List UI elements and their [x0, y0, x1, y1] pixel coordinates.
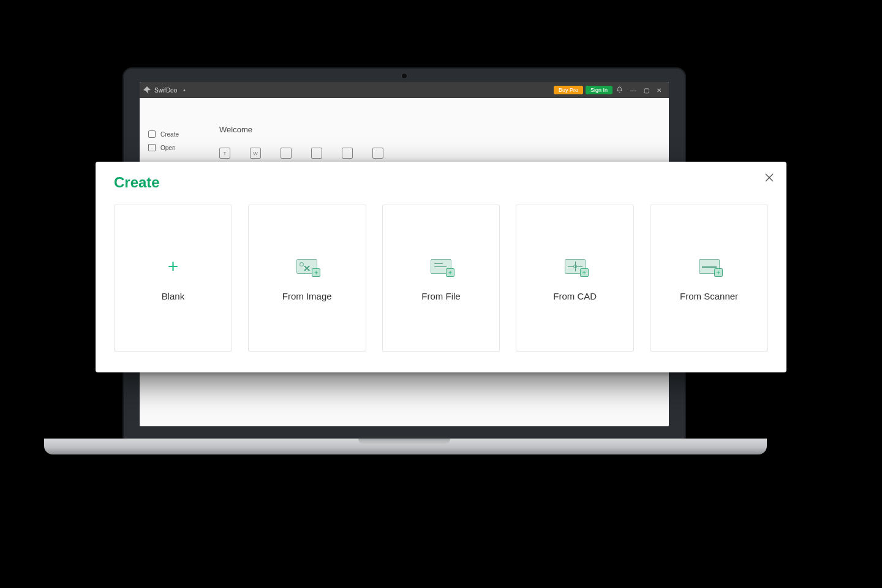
- dialog-close-button[interactable]: [763, 172, 775, 184]
- sign-in-button[interactable]: Sign In: [586, 86, 612, 94]
- scanner-file-icon: +: [695, 255, 724, 277]
- window-maximize-button[interactable]: ▢: [640, 87, 653, 94]
- cad-file-icon: +: [560, 255, 590, 277]
- app-name: SwifDoo: [154, 87, 177, 94]
- file-icon: [148, 130, 156, 138]
- titlebar: SwifDoo • Buy Pro Sign In — ▢ ✕: [140, 82, 669, 98]
- card-label: From CAD: [553, 291, 597, 301]
- sidebar-item-create[interactable]: Create: [147, 127, 200, 141]
- card-label: From File: [421, 291, 460, 301]
- camera-dot-icon: [402, 74, 407, 78]
- create-card-from-image[interactable]: + From Image: [248, 205, 366, 352]
- buy-pro-button[interactable]: Buy Pro: [554, 86, 583, 94]
- titlebar-dot-icon: •: [183, 87, 186, 94]
- dialog-title: Create: [114, 174, 768, 191]
- tool-icon[interactable]: [372, 148, 383, 159]
- close-icon: [765, 173, 774, 182]
- laptop-notch: [358, 439, 450, 445]
- create-card-from-scanner[interactable]: + From Scanner: [650, 205, 768, 352]
- tool-text-icon[interactable]: T: [219, 148, 230, 159]
- card-label: Blank: [162, 291, 185, 301]
- sidebar-item-label: Create: [160, 131, 179, 138]
- create-dialog: Create + Blank + From Image + From File …: [96, 162, 786, 372]
- sidebar-item-open[interactable]: Open: [147, 141, 200, 154]
- bell-icon[interactable]: [612, 86, 627, 94]
- image-file-icon: +: [292, 255, 322, 277]
- tool-row: T W: [219, 148, 657, 159]
- welcome-heading: Welcome: [219, 125, 657, 134]
- brand-logo-icon: [143, 86, 151, 94]
- sidebar-item-label: Open: [160, 145, 175, 151]
- brand: SwifDoo •: [143, 86, 186, 94]
- document-file-icon: +: [426, 255, 456, 277]
- create-card-from-file[interactable]: + From File: [382, 205, 500, 352]
- card-label: From Scanner: [680, 291, 738, 301]
- create-card-from-cad[interactable]: + From CAD: [516, 205, 634, 352]
- tool-icon[interactable]: [281, 148, 292, 159]
- tool-icon[interactable]: [311, 148, 322, 159]
- tool-word-icon[interactable]: W: [250, 148, 261, 159]
- create-card-blank[interactable]: + Blank: [114, 205, 232, 352]
- folder-icon: [148, 144, 156, 151]
- card-label: From Image: [282, 291, 332, 301]
- card-row: + Blank + From Image + From File + From …: [114, 205, 768, 352]
- plus-icon: +: [158, 255, 187, 277]
- window-minimize-button[interactable]: —: [627, 87, 640, 94]
- window-close-button[interactable]: ✕: [653, 87, 665, 94]
- tool-icon[interactable]: [342, 148, 353, 159]
